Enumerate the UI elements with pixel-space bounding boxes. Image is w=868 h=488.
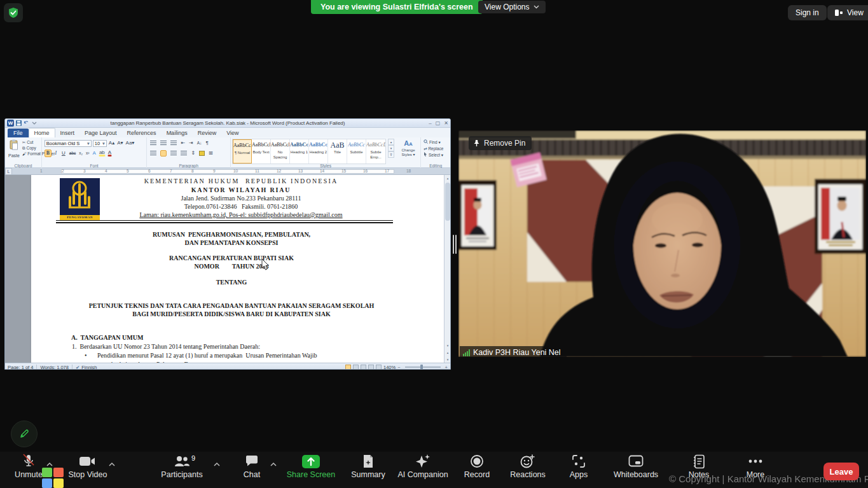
stop-video-button[interactable]: Stop Video <box>59 452 116 488</box>
style-no-spacing[interactable]: AaBbCcDc No Spacing <box>271 139 290 164</box>
bold-button[interactable]: B <box>45 150 52 157</box>
participants-options-chevron[interactable] <box>213 462 221 467</box>
panel-splitter-handle[interactable] <box>451 118 458 370</box>
summary-button[interactable]: Summary <box>340 452 397 488</box>
increase-indent-button[interactable]: ⇥ <box>189 140 193 146</box>
paste-button[interactable]: Paste <box>7 139 21 159</box>
text-effects-button[interactable]: A <box>92 150 97 157</box>
zoom-out-icon[interactable]: − <box>397 365 400 370</box>
style-subtle-emphasis[interactable]: AaBbCcDa Subtle Emp... <box>366 139 385 164</box>
grow-font-button[interactable]: A▴ <box>108 139 115 147</box>
view-draft-icon[interactable] <box>376 365 382 370</box>
minimize-icon[interactable]: – <box>429 120 431 127</box>
scroll-down-icon[interactable]: ▾ <box>444 342 450 349</box>
scrollbar-thumb[interactable] <box>445 183 450 221</box>
tab-review[interactable]: Review <box>193 129 222 137</box>
styles-scroll-up-icon[interactable]: ▴ <box>388 139 394 145</box>
multilevel-list-button[interactable] <box>170 141 177 146</box>
style-subtitle[interactable]: AaBbCc Subtitle <box>347 139 366 164</box>
styles-scroll-down-icon[interactable]: ▾ <box>388 145 394 151</box>
tab-insert[interactable]: Insert <box>55 129 80 137</box>
font-size-box[interactable]: 10▾ <box>93 140 107 147</box>
reactions-button[interactable]: Reactions <box>499 452 556 488</box>
shading-button[interactable] <box>199 151 205 156</box>
pinned-video-tile[interactable]: Remove Pin Kadiv P3H Riau Yeni Nel <box>458 130 866 357</box>
view-fullscreen-icon[interactable] <box>353 365 359 370</box>
save-icon[interactable] <box>16 120 22 126</box>
horizontal-ruler[interactable]: L 1 2 3 4 5 6 7 8 9 10 11 12 13 14 15 16… <box>5 168 450 175</box>
undo-icon[interactable] <box>24 120 30 126</box>
change-case-button[interactable]: Aa▾ <box>125 139 135 147</box>
close-icon[interactable]: ✕ <box>444 120 448 127</box>
video-options-chevron[interactable] <box>108 462 116 467</box>
select-button[interactable]: Select ▾ <box>424 152 443 158</box>
font-name-box[interactable]: Bookman Old S▾ <box>45 140 92 147</box>
remove-pin-button[interactable]: Remove Pin <box>469 136 532 150</box>
justify-button[interactable] <box>181 151 187 156</box>
bullets-button[interactable] <box>150 141 156 146</box>
view-options-button[interactable]: View Options <box>478 1 546 13</box>
share-screen-button[interactable]: Share Screen <box>282 452 340 488</box>
align-right-button[interactable] <box>170 151 177 156</box>
align-left-button[interactable] <box>150 151 156 156</box>
tab-stop-selector[interactable]: L <box>5 168 12 175</box>
whiteboards-button[interactable]: Whiteboards <box>607 452 665 488</box>
chat-options-chevron[interactable] <box>270 462 277 467</box>
status-words[interactable]: Words: 1,078 <box>40 365 68 370</box>
view-web-layout-icon[interactable] <box>361 365 366 370</box>
borders-button[interactable]: ⊞ <box>209 150 213 157</box>
styles-gallery-scroll[interactable]: ▴ ▾ ⊽ <box>388 139 394 158</box>
leave-button[interactable]: Leave <box>823 463 859 480</box>
audio-options-chevron[interactable] <box>46 462 53 467</box>
style-heading-1[interactable]: AaBbCc Heading 1 <box>290 139 309 164</box>
style-body-text[interactable]: AaBbCcL Body Text <box>252 139 271 164</box>
subscript-button[interactable]: x₂ <box>78 150 83 157</box>
word-titlebar[interactable]: W tanggapan Ranperbub Bantuan Seragam Se… <box>5 119 450 128</box>
find-button[interactable]: Find ▾ <box>424 139 443 146</box>
tab-view[interactable]: View <box>221 129 244 137</box>
previous-page-icon[interactable]: ▴ <box>444 349 450 356</box>
sign-in-button[interactable]: Sign in <box>788 5 827 20</box>
scroll-up-icon[interactable]: ▴ <box>444 175 450 181</box>
view-print-layout-icon[interactable] <box>345 365 351 370</box>
status-language[interactable]: Finnish <box>81 365 97 370</box>
tab-mailings[interactable]: Mailings <box>162 129 193 137</box>
zoom-slider[interactable] <box>405 366 441 368</box>
zoom-level[interactable]: 140% <box>383 365 396 370</box>
maximize-icon[interactable]: ▢ <box>436 120 441 127</box>
vertical-scrollbar[interactable]: ▴ ▾ ▴ ▾ <box>444 175 450 363</box>
replace-button[interactable]: ⇄ Replace <box>424 146 443 152</box>
redo-dropdown-icon[interactable] <box>32 120 37 126</box>
next-page-icon[interactable]: ▾ <box>444 356 450 363</box>
underline-button[interactable]: U <box>60 150 67 157</box>
shrink-font-button[interactable]: A▾ <box>116 139 123 147</box>
strikethrough-button[interactable]: abc <box>69 150 76 157</box>
change-styles-button[interactable]: AA Change Styles ▾ <box>396 139 420 157</box>
styles-more-icon[interactable]: ⊽ <box>388 151 394 158</box>
style-normal[interactable]: AaBbCcDc ¶ Normal <box>233 139 252 164</box>
security-shield-button[interactable] <box>4 3 23 22</box>
record-button[interactable]: Record <box>448 452 506 488</box>
view-outline-icon[interactable] <box>368 365 374 370</box>
style-heading-2[interactable]: AaBbCc Heading 2 <box>309 139 328 164</box>
italic-button[interactable]: I <box>53 150 59 157</box>
line-spacing-button[interactable]: ⇕ <box>191 150 195 157</box>
chat-button[interactable]: Chat <box>223 452 280 488</box>
tab-home[interactable]: Home <box>29 128 55 137</box>
tab-page-layout[interactable]: Page Layout <box>79 129 122 137</box>
tab-references[interactable]: References <box>122 129 162 137</box>
font-color-button[interactable]: A <box>107 150 112 157</box>
zoom-slider-thumb[interactable] <box>420 365 423 370</box>
style-title[interactable]: AaB Title <box>328 139 347 164</box>
participants-button[interactable]: Participants 9 <box>153 452 210 488</box>
annotate-button[interactable] <box>11 421 38 447</box>
zoom-in-icon[interactable]: + <box>445 365 448 370</box>
view-button[interactable]: View <box>827 5 868 20</box>
numbering-button[interactable] <box>160 141 167 146</box>
ai-companion-button[interactable]: AI Companion <box>394 452 451 488</box>
superscript-button[interactable]: x² <box>85 150 90 157</box>
status-page[interactable]: Page: 1 of 4 <box>8 365 33 370</box>
sort-button[interactable]: A↓ <box>197 140 202 146</box>
show-paragraph-marks-button[interactable]: ¶ <box>205 140 208 146</box>
tab-file[interactable]: File <box>8 129 29 137</box>
